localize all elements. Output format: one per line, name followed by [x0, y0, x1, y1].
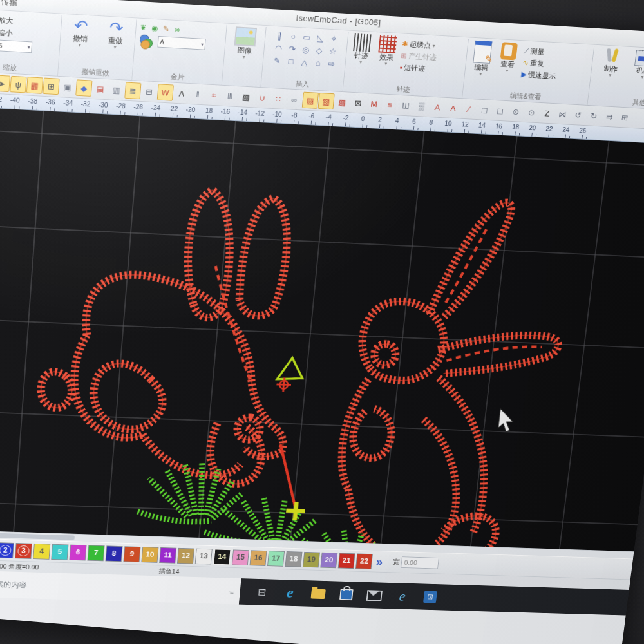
measure-button[interactable]: ⟋测量: [524, 45, 560, 58]
toolbar-icon[interactable]: ▨: [302, 92, 319, 109]
toolbar-icon[interactable]: ∞: [286, 91, 303, 108]
zoom-out-button[interactable]: ⊖缩小: [0, 26, 33, 41]
sequin-stack-icon[interactable]: [138, 33, 155, 49]
file-explorer-icon[interactable]: [310, 586, 327, 601]
toolbar-icon[interactable]: ▤: [92, 80, 109, 98]
toolbar-icon[interactable]: ▩: [334, 93, 350, 110]
insert-shape-icon[interactable]: ◺: [317, 33, 324, 43]
toolbar-icon[interactable]: ⊙: [507, 103, 524, 120]
toolbar-icon[interactable]: ⁄: [460, 100, 477, 117]
insert-shape-icon[interactable]: ◎: [302, 44, 310, 54]
toolbar-icon[interactable]: Ⅲ: [222, 88, 238, 104]
toolbar-icon[interactable]: ⊠: [350, 95, 366, 111]
color-swatch[interactable]: 22: [355, 553, 373, 569]
color-swatch[interactable]: 3: [15, 543, 32, 559]
color-swatch[interactable]: 13: [195, 548, 213, 564]
toolbar-icon[interactable]: Z: [539, 105, 556, 122]
color-swatch[interactable]: 8: [105, 545, 122, 562]
toolbar-icon[interactable]: ▣: [59, 79, 76, 96]
color-swatch[interactable]: 21: [338, 553, 355, 569]
mail-icon[interactable]: [366, 588, 383, 603]
app-icon[interactable]: ⊡: [422, 589, 439, 604]
color-swatch[interactable]: 10: [141, 547, 158, 563]
color-swatch[interactable]: 4: [33, 543, 50, 559]
store-icon[interactable]: [338, 587, 355, 601]
view-button[interactable]: 查看▾: [495, 42, 522, 73]
machine-button[interactable]: 机器▾: [629, 50, 644, 80]
zoom-value-combo[interactable]: 436▾: [0, 39, 32, 53]
toolbar-icon[interactable]: ⊙: [523, 104, 540, 120]
color-swatch[interactable]: 15: [232, 549, 249, 565]
stitch-button[interactable]: 针迹▾: [350, 33, 375, 65]
color-swatch[interactable]: 20: [320, 552, 337, 568]
sequin-chain-icon[interactable]: ∞: [174, 25, 180, 34]
toolbar-icon[interactable]: ≡: [381, 96, 398, 113]
toolbar-icon[interactable]: ⊟: [140, 83, 157, 100]
color-swatch[interactable]: 16: [249, 550, 267, 566]
sequin-pencil-icon[interactable]: ✎: [163, 24, 170, 33]
toolbar-icon[interactable]: ▩: [238, 88, 254, 105]
sequin-drop-icon[interactable]: ❦: [140, 23, 147, 32]
slow-display-button[interactable]: ▶慢速显示: [520, 69, 556, 82]
color-swatch[interactable]: 2: [0, 542, 14, 558]
toolbar-icon[interactable]: Λ: [173, 85, 190, 102]
toolbar-icon[interactable]: ➤: [0, 75, 10, 92]
toolbar-icon[interactable]: ≣: [124, 82, 141, 100]
edge-icon[interactable]: e: [282, 585, 299, 600]
toolbar-icon[interactable]: ⋈: [554, 106, 571, 122]
toolbar-icon[interactable]: ⊞: [616, 109, 633, 126]
redo-button[interactable]: ↷重做▾: [101, 19, 131, 50]
insert-shape-icon[interactable]: ◇: [316, 45, 323, 55]
color-swatch[interactable]: 9: [123, 546, 140, 562]
color-swatch[interactable]: 5: [51, 544, 68, 560]
toolbar-icon[interactable]: ↺: [570, 106, 587, 123]
toolbar-icon[interactable]: ↻: [585, 108, 602, 124]
insert-shape-icon[interactable]: ☆: [329, 46, 337, 56]
toolbar-icon[interactable]: Ш: [397, 97, 414, 114]
undo-button[interactable]: ↶撤销▾: [66, 17, 96, 48]
toolbar-icon[interactable]: ▥: [108, 81, 125, 99]
sequin-combo[interactable]: A▾: [157, 36, 205, 50]
toolbar-icon[interactable]: ψ: [10, 76, 26, 93]
color-swatch[interactable]: 11: [159, 547, 176, 564]
toolbar-icon[interactable]: A: [429, 99, 446, 115]
insert-shape-icon[interactable]: ↷: [289, 44, 296, 53]
color-swatch[interactable]: 6: [69, 544, 86, 560]
design-canvas[interactable]: [0, 106, 644, 551]
insert-shape-icon[interactable]: ∥: [277, 31, 282, 41]
width-input[interactable]: 0.00: [401, 556, 439, 569]
toolbar-icon[interactable]: ◆: [75, 79, 92, 97]
insert-shape-icon[interactable]: △: [301, 57, 308, 67]
palette-next-button[interactable]: »: [375, 556, 383, 567]
task-view-icon[interactable]: ⊟: [254, 585, 270, 600]
toolbar-icon[interactable]: ▧: [318, 93, 335, 109]
toolbar-icon[interactable]: ◻: [492, 102, 509, 119]
zoom-in-button[interactable]: ⊕放大: [0, 14, 34, 28]
start-point-button[interactable]: ✱起绣点▾: [401, 38, 438, 52]
toolbar-icon[interactable]: M: [366, 95, 383, 112]
repeat-button[interactable]: ∿重复: [522, 57, 558, 70]
toolbar-icon[interactable]: ▦: [26, 77, 43, 94]
toolbar-icon[interactable]: ≈: [205, 86, 222, 103]
insert-shape-icon[interactable]: ○: [290, 32, 296, 41]
toolbar-icon[interactable]: ◻: [476, 101, 493, 118]
microphone-icon[interactable]: ⌯: [228, 586, 236, 596]
insert-shape-icon[interactable]: ⇨: [328, 59, 336, 68]
toolbar-icon[interactable]: ⊞: [43, 78, 59, 95]
make-button[interactable]: 制作▾: [597, 48, 627, 78]
toolbar-icon[interactable]: ∪: [254, 90, 270, 106]
insert-shape-icon[interactable]: ✎: [274, 55, 281, 65]
insert-shape-icon[interactable]: □: [288, 57, 294, 66]
toolbar-icon[interactable]: ⇉: [601, 108, 618, 125]
generate-stitch-button[interactable]: ⊞产生针迹: [401, 50, 437, 63]
toolbar-icon[interactable]: ∷: [270, 90, 287, 107]
sequin-ring-icon[interactable]: ◉: [151, 24, 158, 33]
insert-shape-icon[interactable]: ▭: [303, 32, 311, 42]
toolbar-icon[interactable]: A: [444, 100, 461, 117]
color-swatch[interactable]: 14: [213, 548, 231, 565]
color-swatch[interactable]: 19: [303, 551, 320, 567]
toolbar-icon[interactable]: ‖: [189, 86, 206, 102]
color-swatch[interactable]: 18: [285, 551, 302, 567]
insert-shape-icon[interactable]: ◠: [274, 43, 282, 53]
insert-shape-icon[interactable]: ✧: [330, 33, 338, 43]
